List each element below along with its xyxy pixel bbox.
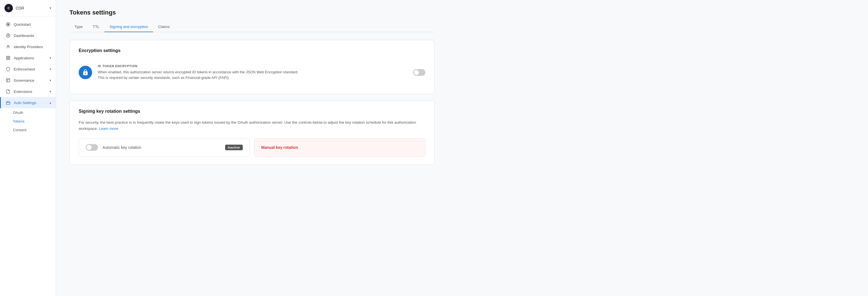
svg-rect-8 [6, 78, 10, 82]
shield-icon [5, 66, 11, 72]
sidebar: C CDR ▾ Quickstart Dashboards [0, 0, 56, 296]
auto-toggle-slider [86, 144, 98, 151]
org-name: CDR [16, 6, 50, 10]
encryption-card-title: Encryption settings [79, 48, 425, 53]
page-title: Tokens settings [69, 9, 435, 16]
tab-claims[interactable]: Claims [153, 22, 175, 32]
grid-icon [5, 55, 11, 61]
encryption-settings-card: Encryption settings ID TOKEN ENCRYPTION … [69, 40, 435, 94]
sidebar-subitem-label-oauth: OAuth [13, 110, 23, 115]
encryption-content: ID TOKEN ENCRYPTION When enabled, this a… [98, 64, 413, 80]
lock-icon [79, 66, 92, 79]
encryption-row: ID TOKEN ENCRYPTION When enabled, this a… [79, 59, 425, 86]
sidebar-item-governance[interactable]: Governance ▾ [0, 75, 56, 86]
chevron-icon: ▾ [50, 67, 51, 71]
chevron-icon: ▾ [50, 90, 51, 93]
toggle-slider [413, 69, 425, 76]
sidebar-item-extensions[interactable]: Extensions ▾ [0, 86, 56, 97]
sidebar-item-enforcement[interactable]: Enforcement ▾ [0, 64, 56, 75]
governance-icon [5, 77, 11, 83]
person-icon [5, 44, 11, 50]
dashboard-icon [5, 33, 11, 38]
manual-rotation-panel[interactable]: Manual key rotation [254, 138, 425, 157]
sidebar-item-label-extensions: Extensions [14, 90, 32, 94]
rocket-icon [5, 22, 11, 27]
svg-rect-5 [8, 56, 10, 58]
sidebar-item-label-applications: Applications [14, 56, 34, 60]
auto-rotation-label: Automatic key rotation [102, 145, 225, 150]
sidebar-item-label-governance: Governance [14, 78, 34, 83]
sidebar-subitem-oauth[interactable]: OAuth [0, 108, 56, 117]
svg-rect-7 [8, 58, 10, 60]
tab-bar: Type TTL Signing and encryption Claims [69, 22, 435, 32]
manual-rotation-label: Manual key rotation [261, 145, 418, 150]
chevron-icon: ▾ [50, 56, 51, 60]
sidebar-subitem-label-tokens: Tokens [13, 119, 24, 123]
sidebar-item-label-auth-settings: Auth Settings [14, 101, 36, 105]
encryption-desc-line1: When enabled, this authorization server … [98, 69, 413, 75]
inactive-badge: Inactive [225, 145, 243, 150]
extensions-icon [5, 89, 11, 94]
chevron-up-icon: ▴ [50, 101, 51, 105]
svg-rect-4 [6, 56, 8, 58]
rotation-desc-text: For security, the best practice is to fr… [79, 120, 416, 131]
signing-card-title: Signing key rotation settings [79, 109, 425, 114]
auto-rotation-panel: Automatic key rotation Inactive [79, 138, 250, 157]
auto-rotation-toggle[interactable] [86, 144, 98, 151]
tab-signing[interactable]: Signing and encryption [104, 22, 153, 32]
svg-point-1 [7, 35, 9, 36]
svg-point-3 [7, 45, 9, 47]
svg-rect-11 [6, 102, 10, 104]
rotation-panels: Automatic key rotation Inactive Manual k… [79, 138, 425, 157]
sidebar-item-label-enforcement: Enforcement [14, 67, 35, 71]
sidebar-item-identity-providers[interactable]: Identity Providers [0, 41, 56, 52]
sidebar-subitem-tokens[interactable]: Tokens [0, 117, 56, 126]
sidebar-item-quickstart[interactable]: Quickstart [0, 19, 56, 30]
sidebar-nav: Quickstart Dashboards Identity Provid [0, 17, 56, 296]
sidebar-item-label-identity-providers: Identity Providers [14, 45, 43, 49]
sidebar-item-label-dashboards: Dashboards [14, 34, 34, 38]
learn-more-link[interactable]: Learn more [99, 127, 118, 131]
encryption-toggle[interactable] [413, 69, 425, 76]
encryption-label: ID TOKEN ENCRYPTION [98, 64, 413, 68]
org-switcher[interactable]: C CDR ▾ [0, 0, 56, 17]
sidebar-subitem-label-consent: Consent [13, 128, 26, 132]
signing-key-card: Signing key rotation settings For securi… [69, 101, 435, 165]
sidebar-subitem-consent[interactable]: Consent [0, 126, 56, 134]
tab-type[interactable]: Type [69, 22, 88, 32]
sidebar-item-label-quickstart: Quickstart [14, 22, 31, 27]
chevron-icon: ▾ [50, 78, 51, 82]
sidebar-item-auth-settings[interactable]: Auth Settings ▴ [0, 97, 56, 108]
sidebar-item-applications[interactable]: Applications ▾ [0, 52, 56, 64]
sidebar-item-dashboards[interactable]: Dashboards [0, 30, 56, 41]
rotation-description: For security, the best practice is to fr… [79, 120, 425, 131]
encryption-desc-line2: This is required by certain security sta… [98, 75, 413, 80]
chevron-down-icon: ▾ [50, 6, 51, 10]
main-content: Tokens settings Type TTL Signing and enc… [56, 0, 868, 296]
tab-ttl[interactable]: TTL [88, 22, 104, 32]
svg-rect-6 [6, 58, 8, 60]
auth-icon [5, 100, 11, 105]
org-initials: C [7, 6, 10, 10]
org-logo: C [4, 4, 13, 12]
